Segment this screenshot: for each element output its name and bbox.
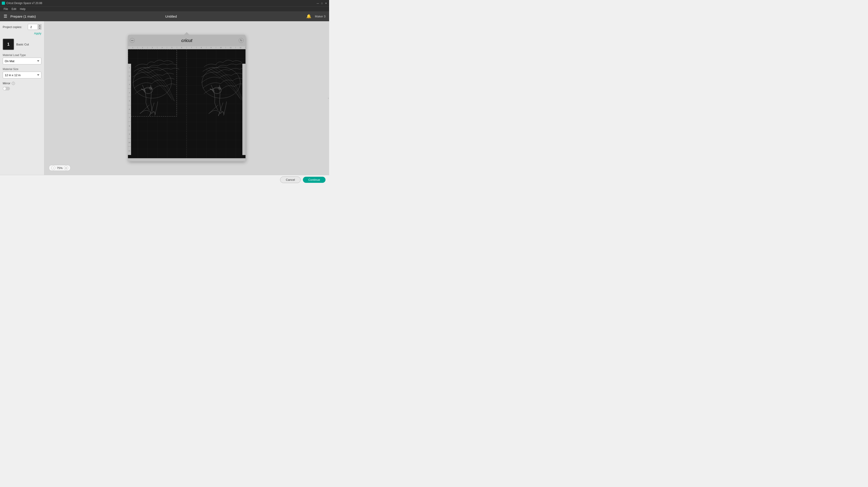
notifications-bell-icon[interactable]: 🔔 bbox=[306, 14, 311, 19]
menu-edit[interactable]: Edit bbox=[10, 7, 18, 11]
ruler-tick-v: 2 bbox=[128, 72, 131, 80]
material-load-label: Material Load Type bbox=[3, 54, 41, 57]
title-bar-controls: — □ ✕ bbox=[316, 2, 327, 4]
ruler-tick-v: 11 bbox=[128, 147, 131, 155]
canvas-area: ••• cricut ↻ 1 2 3 4 5 6 7 8 9 10 11 12 bbox=[44, 21, 329, 175]
mat-grid: 1 2 3 4 5 6 7 8 9 10 11 bbox=[128, 49, 246, 158]
ruler-tick: 11 bbox=[226, 47, 236, 48]
zoom-level-label: 75% bbox=[57, 166, 63, 170]
mat-ruler-left: 1 2 3 4 5 6 7 8 9 10 11 bbox=[128, 64, 131, 155]
material-load-select[interactable]: On Mat Without Mat bbox=[3, 58, 41, 64]
svg-rect-1 bbox=[128, 49, 246, 158]
bottom-bar: Cancel Continue bbox=[0, 175, 329, 185]
ruler-tick: 4 bbox=[157, 47, 167, 48]
ruler-tick: 3 bbox=[148, 47, 157, 48]
main-layout: Project copies: ▲ ▼ Apply 1 Basic Cut Ma… bbox=[0, 21, 329, 175]
ruler-tick-v: 8 bbox=[128, 122, 131, 130]
menu-help[interactable]: Help bbox=[18, 7, 27, 11]
document-title: Untitled bbox=[36, 14, 306, 18]
ruler-tick: 1 bbox=[128, 47, 138, 48]
minimize-button[interactable]: — bbox=[316, 2, 319, 4]
menu-file[interactable]: File bbox=[2, 7, 10, 11]
title-bar: Cricut Design Space v7.20.88 — □ ✕ bbox=[0, 0, 329, 6]
mat-ruler-right bbox=[242, 64, 246, 155]
mat-number: 1 bbox=[7, 42, 9, 47]
ruler-tick-v: 6 bbox=[128, 105, 131, 114]
ruler-tick-v: 5 bbox=[128, 97, 131, 105]
mat-options-button[interactable]: ••• bbox=[130, 38, 135, 43]
ruler-tick-v: 10 bbox=[128, 138, 131, 147]
hamburger-button[interactable]: ☰ bbox=[4, 14, 7, 19]
ruler-tick: 6 bbox=[177, 47, 187, 48]
mat-grid-svg bbox=[128, 49, 246, 158]
ruler-tick-v: 9 bbox=[128, 130, 131, 138]
apply-button[interactable]: Apply bbox=[3, 32, 41, 35]
menu-bar: File Edit Help bbox=[0, 6, 329, 11]
title-bar-title: Cricut Design Space v7.20.88 bbox=[6, 2, 316, 5]
zoom-in-button[interactable]: + bbox=[64, 166, 68, 170]
ruler-tick: 5 bbox=[167, 47, 177, 48]
material-size-section: Material Size 12 in x 12 in 12 in x 24 i… bbox=[3, 68, 41, 78]
machine-label: Maker 3 bbox=[315, 15, 326, 18]
material-size-select[interactable]: 12 in x 12 in 12 in x 24 in bbox=[3, 72, 41, 78]
mat-ruler-top: 1 2 3 4 5 6 7 8 9 10 11 12 bbox=[128, 46, 246, 49]
ruler-tick: 7 bbox=[187, 47, 196, 48]
copies-increment-button[interactable]: ▲ bbox=[38, 24, 41, 27]
mat-cut-label: Basic Cut bbox=[16, 43, 29, 46]
copies-decrement-button[interactable]: ▼ bbox=[38, 27, 41, 30]
continue-button[interactable]: Continue bbox=[303, 177, 326, 183]
prepare-title: Prepare (1 mats) bbox=[10, 14, 36, 18]
mat-arrow-icon bbox=[184, 32, 190, 35]
ruler-tick: 2 bbox=[138, 47, 147, 48]
copies-spinner: ▲ ▼ bbox=[38, 24, 41, 30]
mirror-label: Mirror bbox=[3, 82, 10, 85]
ruler-tick-v: 4 bbox=[128, 89, 131, 97]
maximize-button[interactable]: □ bbox=[320, 2, 323, 4]
ruler-tick: 8 bbox=[196, 47, 206, 48]
project-copies-row: Project copies: ▲ ▼ bbox=[3, 24, 41, 30]
scroll-indicator: › bbox=[328, 97, 329, 99]
header-right: 🔔 Maker 3 bbox=[306, 14, 326, 19]
app-logo-icon bbox=[2, 2, 5, 5]
material-load-section: Material Load Type On Mat Without Mat bbox=[3, 54, 41, 64]
cancel-button[interactable]: Cancel bbox=[280, 176, 301, 183]
close-button[interactable]: ✕ bbox=[324, 2, 327, 4]
mat-ruler-bottom bbox=[128, 158, 246, 161]
zoom-controls: − 75% + bbox=[49, 165, 70, 171]
app-header: ☰ Prepare (1 mats) Untitled 🔔 Maker 3 bbox=[0, 11, 329, 21]
ruler-tick: 9 bbox=[206, 47, 216, 48]
ruler-tick-v: 7 bbox=[128, 113, 131, 122]
project-copies-label: Project copies: bbox=[3, 25, 22, 29]
material-size-label: Material Size bbox=[3, 68, 41, 71]
mat-thumbnail: 1 bbox=[3, 39, 14, 50]
cricut-logo: cricut bbox=[181, 38, 192, 43]
ruler-tick: 10 bbox=[216, 47, 226, 48]
ruler-tick-v: 3 bbox=[128, 80, 131, 89]
sidebar: Project copies: ▲ ▼ Apply 1 Basic Cut Ma… bbox=[0, 21, 44, 175]
mat-canvas: ••• cricut ↻ 1 2 3 4 5 6 7 8 9 10 11 12 bbox=[128, 35, 246, 161]
project-copies-input[interactable] bbox=[28, 24, 38, 30]
mat-rotate-button[interactable]: ↻ bbox=[239, 38, 244, 43]
ruler-tick-v: 1 bbox=[128, 64, 131, 72]
zoom-out-button[interactable]: − bbox=[51, 166, 55, 170]
mat-header: ••• cricut ↻ bbox=[128, 35, 246, 46]
mirror-toggle[interactable] bbox=[3, 87, 10, 90]
mirror-info-icon[interactable]: i bbox=[12, 82, 15, 85]
ruler-tick: 12 bbox=[236, 47, 246, 48]
mirror-row: Mirror i bbox=[3, 82, 41, 85]
mat-item: 1 Basic Cut bbox=[3, 39, 41, 50]
